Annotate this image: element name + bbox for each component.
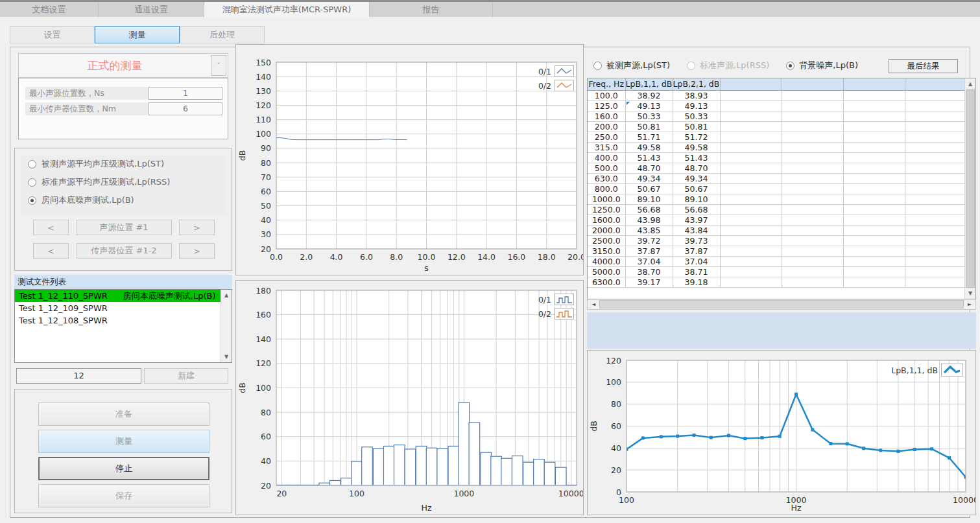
table-cell[interactable]: 48.70 xyxy=(673,163,720,173)
table-cell[interactable]: 51.43 xyxy=(625,152,673,163)
mic-position-prev-button[interactable]: < xyxy=(33,243,69,259)
table-row[interactable]: 5000.038.7038.71 xyxy=(588,266,965,277)
file-list-item-selected[interactable]: Test 1_12_110_SPWR房间本底噪声测试,Lp(B) xyxy=(15,290,221,302)
table-cell[interactable]: 49.13 xyxy=(673,100,720,111)
table-row[interactable]: 630.049.3449.34 xyxy=(588,173,965,183)
table-cell[interactable] xyxy=(782,215,843,225)
table-cell[interactable]: 500.0 xyxy=(588,163,625,173)
table-cell[interactable]: 38.71 xyxy=(673,266,720,277)
table-cell[interactable]: 50.81 xyxy=(625,121,673,132)
table-cell[interactable]: 49.13 xyxy=(625,100,673,111)
table-cell[interactable]: 5000.0 xyxy=(588,266,625,277)
tab-document-settings[interactable]: 文档设置 xyxy=(0,2,99,17)
table-cell[interactable]: 37.04 xyxy=(625,256,673,266)
table-cell[interactable]: 43.84 xyxy=(673,225,720,235)
table-cell[interactable] xyxy=(843,183,905,194)
table-cell[interactable]: 39.72 xyxy=(625,235,673,246)
scroll-thumb[interactable] xyxy=(599,300,964,308)
table-row[interactable]: 200.050.8150.81 xyxy=(588,121,965,132)
table-cell[interactable] xyxy=(782,225,843,235)
table-cell[interactable]: 630.0 xyxy=(588,173,625,183)
table-row[interactable]: 2000.043.8543.84 xyxy=(588,225,965,235)
table-cell[interactable] xyxy=(782,163,843,173)
table-cell[interactable]: 56.68 xyxy=(625,204,673,215)
table-cell[interactable] xyxy=(720,121,782,132)
table-cell[interactable]: 125.0 xyxy=(588,100,625,111)
table-cell[interactable] xyxy=(843,173,905,183)
source-position-prev-button[interactable]: < xyxy=(33,220,69,235)
table-row[interactable]: 2500.039.7239.73 xyxy=(588,235,965,246)
table-cell[interactable] xyxy=(782,266,843,277)
radio-lp-rss[interactable]: 标准声源平均声压级测试,Lp(RSS) xyxy=(20,173,226,191)
file-count-button[interactable]: 12 xyxy=(16,368,141,384)
table-cell[interactable] xyxy=(720,215,782,225)
mic-position-button[interactable]: 传声器位置 #1-2 xyxy=(77,243,172,259)
table-cell[interactable] xyxy=(843,132,905,142)
result-radio-lp-b-label[interactable]: 背景噪声,Lp(B) xyxy=(799,60,858,71)
table-cell[interactable]: 49.34 xyxy=(673,173,720,183)
legend-entry[interactable]: 0/2 xyxy=(538,308,574,320)
table-cell[interactable] xyxy=(782,183,843,194)
table-cell[interactable] xyxy=(720,266,782,277)
radio-lp-st[interactable]: 被测声源平均声压级测试,Lp(ST) xyxy=(20,155,226,173)
table-row[interactable]: 250.051.7151.72 xyxy=(588,132,965,142)
table-cell[interactable] xyxy=(782,100,843,111)
table-cell[interactable] xyxy=(905,121,965,132)
scroll-right-icon[interactable]: ► xyxy=(964,299,975,309)
table-cell[interactable] xyxy=(720,183,782,194)
table-cell[interactable] xyxy=(720,132,782,142)
table-cell[interactable] xyxy=(843,111,905,121)
table-row[interactable]: 800.050.6750.67 xyxy=(588,183,965,194)
table-cell[interactable] xyxy=(905,204,965,215)
source-position-next-button[interactable]: > xyxy=(179,220,215,235)
table-cell[interactable] xyxy=(782,152,843,163)
measurement-mode-dropdown[interactable]: 正式的测量 ˅ xyxy=(18,53,228,78)
table-cell[interactable]: 160.0 xyxy=(588,111,625,121)
table-cell[interactable] xyxy=(720,194,782,204)
table-cell[interactable] xyxy=(905,163,965,173)
radio-icon[interactable] xyxy=(28,160,36,169)
table-cell[interactable]: 1000.0 xyxy=(588,194,625,204)
table-cell[interactable] xyxy=(782,132,843,142)
table-cell[interactable]: 37.87 xyxy=(625,246,673,256)
table-cell[interactable] xyxy=(905,183,965,194)
mic-position-next-button[interactable]: > xyxy=(179,243,215,259)
radio-icon-disabled[interactable] xyxy=(687,62,695,70)
radio-icon-selected[interactable] xyxy=(28,196,36,205)
table-cell[interactable]: 49.58 xyxy=(673,142,720,152)
new-file-button[interactable]: 新建 xyxy=(144,368,228,384)
table-cell[interactable]: 315.0 xyxy=(588,142,625,152)
legend-entry[interactable]: 0/1 xyxy=(538,65,574,77)
table-cell[interactable]: 50.33 xyxy=(625,111,673,121)
radio-icon[interactable] xyxy=(28,178,36,187)
legend-entry[interactable]: 0/2 xyxy=(538,80,574,91)
table-cell[interactable]: 37.87 xyxy=(673,246,720,256)
table-cell[interactable] xyxy=(782,256,843,266)
table-cell[interactable] xyxy=(843,163,905,173)
prepare-button[interactable]: 准备 xyxy=(38,402,209,426)
table-cell[interactable] xyxy=(843,194,905,204)
table-cell[interactable]: 43.97 xyxy=(673,215,720,225)
table-cell[interactable] xyxy=(782,246,843,256)
table-cell[interactable] xyxy=(782,111,843,121)
table-cell[interactable] xyxy=(843,256,905,266)
table-cell[interactable]: 51.72 xyxy=(673,132,720,142)
save-button[interactable]: 保存 xyxy=(38,484,209,507)
table-cell[interactable]: 51.43 xyxy=(673,152,720,163)
table-cell[interactable]: 43.85 xyxy=(625,225,673,235)
scroll-thumb[interactable] xyxy=(966,89,975,288)
table-cell[interactable] xyxy=(720,204,782,215)
table-cell[interactable]: 50.67 xyxy=(673,183,720,194)
table-cell[interactable]: 49.34 xyxy=(625,173,673,183)
table-cell[interactable]: 800.0 xyxy=(588,183,625,194)
table-cell[interactable] xyxy=(905,90,965,100)
table-cell[interactable] xyxy=(782,235,843,246)
chevron-down-icon[interactable]: ˅ xyxy=(211,55,226,76)
table-row[interactable]: 1250.056.6856.68 xyxy=(588,204,965,215)
table-cell[interactable] xyxy=(720,235,782,246)
table-cell[interactable] xyxy=(905,111,965,121)
subtab-measure[interactable]: 测量 xyxy=(95,26,180,43)
table-cell[interactable]: 39.73 xyxy=(673,235,720,246)
table-row[interactable]: 315.049.5849.58 xyxy=(588,142,965,152)
table-row[interactable]: 3150.037.8737.87 xyxy=(588,246,965,256)
